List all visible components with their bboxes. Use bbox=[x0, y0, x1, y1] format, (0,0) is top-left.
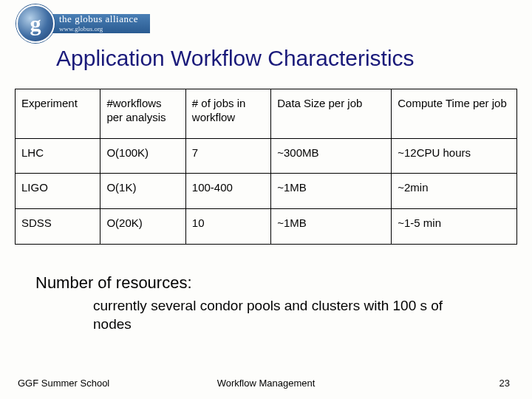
logo-glyph: g bbox=[30, 11, 41, 36]
col-header: Experiment bbox=[16, 89, 100, 139]
cell: SDSS bbox=[16, 209, 100, 245]
logo-banner-text: the globus alliance bbox=[59, 14, 138, 24]
table-row: SDSS O(20K) 10 ~1MB ~1-5 min bbox=[16, 209, 517, 245]
cell: O(1K) bbox=[100, 174, 185, 209]
cell: 100-400 bbox=[185, 174, 270, 209]
body-text: Number of resources: currently several c… bbox=[35, 273, 502, 333]
cell: ~1-5 min bbox=[392, 209, 517, 245]
globus-logo-badge: g bbox=[16, 4, 55, 43]
table-row: LIGO O(1K) 100-400 ~1MB ~2min bbox=[16, 174, 517, 209]
body-lead: Number of resources: bbox=[35, 273, 502, 293]
body-sub: currently several condor pools and clust… bbox=[93, 297, 463, 333]
table-row: LHC O(100K) 7 ~300MB ~12CPU hours bbox=[16, 138, 517, 174]
cell: 10 bbox=[185, 209, 270, 245]
cell: ~300MB bbox=[271, 138, 392, 174]
cell: O(100K) bbox=[100, 138, 185, 174]
slide-footer: GGF Summer School Workflow Management 23 bbox=[0, 378, 532, 389]
cell: ~1MB bbox=[271, 209, 392, 245]
col-header: Compute Time per job bbox=[392, 89, 517, 139]
globus-logo: g the globus alliance www.globus.org bbox=[16, 4, 150, 43]
cell: ~1MB bbox=[271, 174, 392, 209]
cell: O(20K) bbox=[100, 209, 185, 245]
globus-logo-banner: the globus alliance www.globus.org bbox=[49, 14, 150, 33]
cell: LIGO bbox=[16, 174, 100, 209]
data-table: Experiment #workflows per analysis # of … bbox=[15, 89, 517, 245]
characteristics-table: Experiment #workflows per analysis # of … bbox=[15, 89, 517, 245]
slide: g the globus alliance www.globus.org App… bbox=[0, 0, 532, 399]
table-header-row: Experiment #workflows per analysis # of … bbox=[16, 89, 517, 139]
logo-banner-url: www.globus.org bbox=[59, 24, 138, 34]
cell: LHC bbox=[16, 138, 100, 174]
col-header: # of jobs in workflow bbox=[185, 89, 270, 139]
slide-title: Application Workflow Characteristics bbox=[56, 46, 510, 71]
cell: ~12CPU hours bbox=[392, 138, 517, 174]
col-header: Data Size per job bbox=[271, 89, 392, 139]
cell: ~2min bbox=[392, 174, 517, 209]
footer-center: Workflow Management bbox=[0, 378, 532, 389]
col-header: #workflows per analysis bbox=[100, 89, 185, 139]
cell: 7 bbox=[185, 138, 270, 174]
